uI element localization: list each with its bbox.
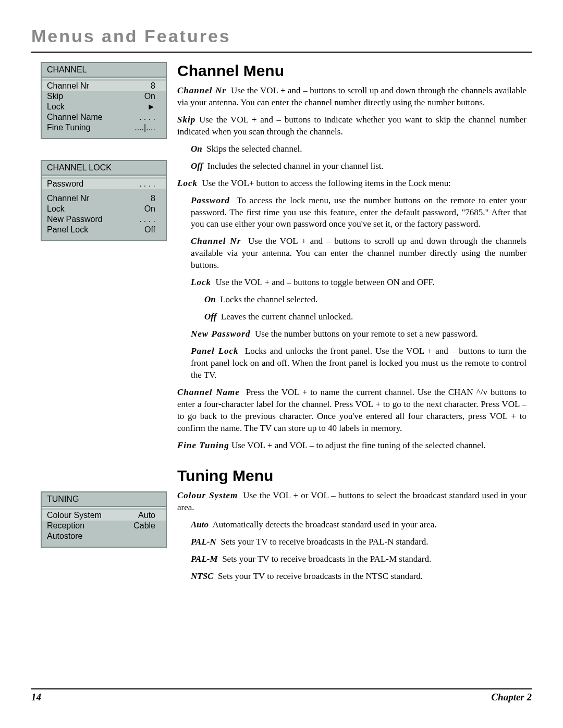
section-heading-tuning-menu: Tuning Menu (177, 467, 527, 485)
text: Use the VOL+ button to access the follow… (202, 178, 451, 188)
sidebar: CHANNEL Channel Nr 8 Skip On Lock ► Chan… (31, 62, 167, 588)
paragraph: Lock Use the VOL+ button to access the f… (177, 178, 527, 190)
menu-row: Autostore (42, 531, 166, 541)
text: Leaves the current channel unlocked. (221, 312, 353, 322)
paragraph: Channel Name Press the VOL + to name the… (177, 387, 527, 435)
term: On (191, 144, 202, 154)
term: Auto (191, 520, 209, 529)
menu-label: Reception (47, 521, 84, 530)
menu-label: Channel Nr (47, 81, 89, 91)
paragraph: New Password Use the number buttons on y… (191, 328, 527, 340)
menu-label: Lock (47, 102, 65, 112)
chapter-label: Chapter 2 (491, 692, 532, 703)
main-column: Channel Menu Channel Nr Use the VOL + an… (177, 62, 532, 588)
menu-title: CHANNEL (42, 63, 166, 76)
menu-title: CHANNEL LOCK (42, 161, 166, 174)
menu-value: 8 (151, 194, 155, 203)
text: Locks and unlocks the front panel. Use t… (191, 346, 527, 380)
menu-value: Off (144, 225, 155, 235)
menu-divider (42, 175, 166, 177)
menu-value: On (144, 204, 155, 214)
section-heading-channel-menu: Channel Menu (177, 62, 527, 80)
text: Locks the channel selected. (220, 294, 317, 304)
menu-box-channel-lock: CHANNEL LOCK Password . . . . Channel Nr… (41, 160, 167, 241)
text: Sets your TV to receive broadcasts in th… (222, 554, 431, 564)
term: Off (191, 161, 203, 171)
menu-label: Password (47, 179, 83, 189)
text: Automatically detects the broadcast stan… (213, 520, 437, 529)
menu-row: Password . . . . (42, 179, 166, 189)
menu-value: . . . . (139, 215, 155, 224)
term: Channel Name (177, 387, 240, 397)
menu-value: Auto (138, 511, 155, 520)
menu-box-tuning: TUNING Colour System Auto Reception Cabl… (41, 491, 167, 548)
menu-value: On (144, 92, 155, 101)
menu-row: Lock ► (42, 102, 166, 112)
paragraph: Channel Nr Use the VOL + and – buttons t… (191, 236, 527, 272)
text: Includes the selected channel in your ch… (207, 161, 384, 171)
menu-label: Fine Tuning (47, 123, 91, 132)
menu-box-channel: CHANNEL Channel Nr 8 Skip On Lock ► Chan… (41, 62, 167, 139)
term: New Password (191, 329, 250, 339)
menu-row: Channel Nr 8 (42, 193, 166, 204)
menu-row: Fine Tuning ....|.... (42, 122, 166, 133)
paragraph: On Locks the channel selected. (204, 294, 527, 306)
menu-label: Lock (47, 204, 65, 214)
text: Sets your TV to receive broadcasts in th… (218, 571, 423, 581)
text: Use the VOL + and – buttons to toggle be… (215, 277, 434, 287)
paragraph: Auto Automatically detects the broadcast… (191, 519, 527, 531)
term: PAL-M (191, 554, 218, 564)
paragraph: NTSC Sets your TV to receive broadcasts … (191, 571, 527, 583)
paragraph: Panel Lock Locks and unlocks the front p… (191, 346, 527, 381)
text: Use the number buttons on your remote to… (255, 329, 478, 339)
menu-label: Channel Name (47, 113, 103, 122)
term: Colour System (177, 490, 238, 500)
paragraph: Off Leaves the current channel unlocked. (204, 311, 527, 323)
paragraph: PAL-N Sets your TV to receive broadcasts… (191, 536, 527, 548)
term: Fine Tuning (177, 440, 229, 450)
menu-value: Cable (133, 521, 155, 530)
menu-row: Channel Name . . . . (42, 112, 166, 122)
term: NTSC (191, 571, 213, 581)
paragraph: Channel Nr Use the VOL + and – buttons t… (177, 85, 527, 109)
menu-divider (42, 506, 166, 508)
text: To access the lock menu, use the number … (191, 195, 527, 229)
menu-value: ....|.... (134, 123, 155, 132)
term: Channel Nr (177, 85, 226, 95)
paragraph: Password To access the lock menu, use th… (191, 195, 527, 231)
text: Use VOL + and VOL – to adjust the fine t… (231, 440, 486, 450)
menu-label: Autostore (47, 532, 82, 541)
menu-title: TUNING (42, 492, 166, 505)
spacer (41, 262, 167, 491)
menu-divider (42, 77, 166, 79)
paragraph: Colour System Use the VOL + or VOL – but… (177, 490, 527, 514)
term: PAL-N (191, 537, 216, 547)
menu-row: Colour System Auto (42, 510, 166, 521)
menu-row: Reception Cable (42, 521, 166, 531)
menu-value: . . . . (139, 179, 155, 189)
menu-row: Skip On (42, 91, 166, 102)
content-area: CHANNEL Channel Nr 8 Skip On Lock ► Chan… (31, 62, 532, 588)
term: Channel Nr (191, 236, 241, 246)
term: Skip (177, 115, 195, 125)
play-icon: ► (147, 102, 155, 112)
text: Use the VOL + and – buttons to indicate … (177, 115, 527, 137)
menu-value: . . . . (139, 113, 155, 122)
text: Use the VOL + and – buttons to scroll up… (177, 85, 527, 107)
term: Panel Lock (191, 346, 239, 356)
menu-row: Channel Nr 8 (42, 81, 166, 91)
text: Use the VOL + and – buttons to scroll up… (191, 236, 527, 270)
menu-row: Panel Lock Off (42, 225, 166, 235)
menu-label: Panel Lock (47, 225, 88, 235)
menu-label: Skip (47, 92, 63, 101)
menu-row: Lock On (42, 204, 166, 214)
menu-label: Channel Nr (47, 194, 89, 203)
term: Off (204, 312, 216, 322)
paragraph: On Skips the selected channel. (191, 143, 527, 155)
term: Lock (177, 178, 198, 188)
paragraph: Off Includes the selected channel in you… (191, 161, 527, 172)
term: On (204, 294, 216, 304)
paragraph: PAL-M Sets your TV to receive broadcasts… (191, 553, 527, 565)
term: Password (191, 195, 230, 205)
menu-label: New Password (47, 215, 103, 224)
